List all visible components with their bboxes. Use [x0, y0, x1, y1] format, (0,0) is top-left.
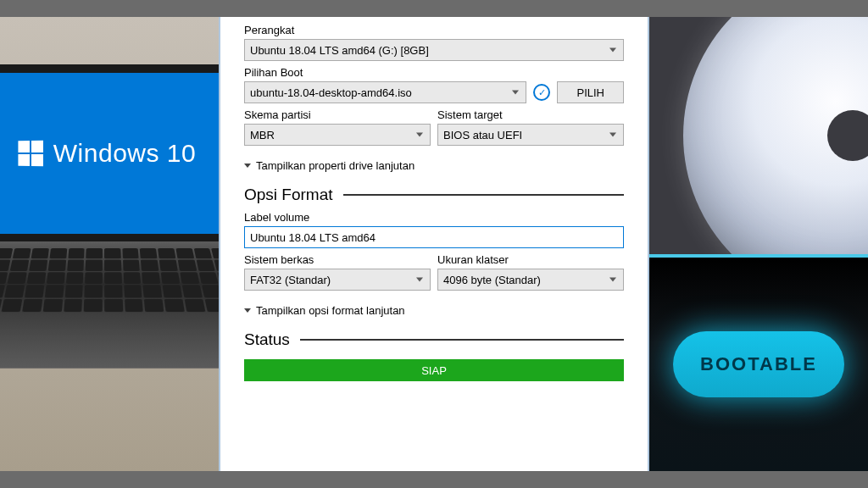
- cluster-size-select[interactable]: 4096 byte (Standar): [437, 269, 624, 291]
- laptop-body: [0, 241, 219, 369]
- divider: [300, 339, 624, 341]
- divider: [343, 194, 624, 196]
- table-surface: [0, 361, 219, 471]
- cluster-size-label: Ukuran klatser: [437, 253, 624, 266]
- advanced-format-toggle[interactable]: Tampilkan opsi format lanjutan: [244, 304, 624, 317]
- target-system-select[interactable]: BIOS atau UEFI: [437, 124, 624, 146]
- format-options-heading: Opsi Format: [244, 186, 333, 204]
- bootable-tile: BOOTABLE: [649, 254, 868, 471]
- filesystem-label: Sistem berkas: [244, 253, 431, 266]
- boot-selection-label: Pilihan Boot: [244, 66, 624, 79]
- laptop-keyboard: [0, 248, 219, 312]
- left-decorative-panel: Windows 10: [0, 17, 219, 471]
- select-iso-button[interactable]: PILIH: [557, 81, 624, 103]
- status-heading: Status: [244, 330, 290, 349]
- laptop-display: Windows 10: [0, 73, 219, 234]
- bootable-badge: BOOTABLE: [673, 331, 844, 397]
- status-bar: SIAP: [244, 359, 624, 381]
- volume-label-label: Label volume: [244, 211, 624, 224]
- rufus-dialog: Perangkat Ubuntu 18.04 LTS amd64 (G:) [8…: [219, 17, 649, 471]
- target-system-label: Sistem target: [437, 108, 624, 121]
- chevron-down-icon: [244, 308, 251, 313]
- advanced-drive-toggle[interactable]: Tampilkan properti drive lanjutan: [244, 159, 624, 172]
- device-label: Perangkat: [244, 24, 624, 36]
- chevron-down-icon: [244, 164, 251, 168]
- partition-scheme-label: Skema partisi: [244, 108, 431, 121]
- boot-selection-select[interactable]: ubuntu-18.04-desktop-amd64.iso: [244, 81, 526, 103]
- laptop-screen: Windows 10: [0, 64, 219, 242]
- partition-scheme-select[interactable]: MBR: [244, 124, 431, 146]
- os-label: Windows 10: [53, 139, 196, 168]
- device-select[interactable]: Ubuntu 18.04 LTS amd64 (G:) [8GB]: [244, 39, 624, 61]
- right-decorative-panel: BOOTABLE: [649, 17, 868, 471]
- iso-verified-icon: [533, 84, 550, 101]
- filesystem-select[interactable]: FAT32 (Standar): [244, 269, 431, 291]
- volume-label-input[interactable]: [244, 226, 624, 248]
- status-text: SIAP: [421, 364, 447, 377]
- windows-logo-icon: [18, 141, 43, 166]
